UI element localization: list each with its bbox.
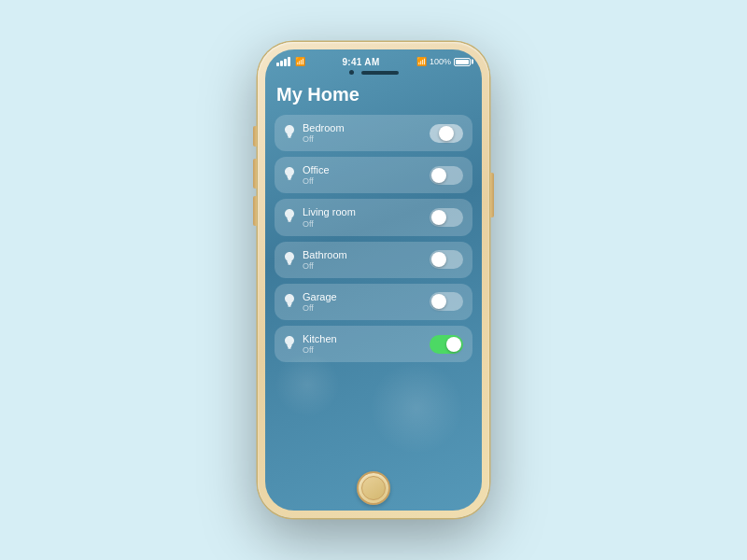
bluetooth-icon: 📶 xyxy=(416,57,427,66)
room-list: BedroomOff OfficeOff Living roomOff Bath… xyxy=(275,115,472,362)
volume-down-button[interactable] xyxy=(253,196,257,226)
status-bar: 📶 9:41 AM 📶 100% xyxy=(265,49,482,70)
room-info-bedroom: BedroomOff xyxy=(303,122,345,144)
page-title: My Home xyxy=(275,84,472,105)
wifi-icon: 📶 xyxy=(295,57,305,66)
room-name-bedroom: Bedroom xyxy=(303,122,345,134)
battery-percentage: 100% xyxy=(430,57,451,66)
svg-line-1 xyxy=(286,129,287,130)
room-name-garage: Garage xyxy=(303,291,337,303)
room-left-garage: GarageOff xyxy=(284,291,337,313)
svg-line-13 xyxy=(286,298,287,299)
home-button-inner xyxy=(361,476,386,500)
svg-line-5 xyxy=(292,171,293,172)
front-camera xyxy=(349,70,354,75)
room-name-kitchen: Kitchen xyxy=(303,333,337,345)
svg-line-4 xyxy=(286,171,287,172)
toggle-bathroom[interactable] xyxy=(430,250,463,269)
toggle-knob-livingroom xyxy=(431,210,446,225)
room-item-bathroom: BathroomOff xyxy=(275,242,472,278)
room-status-bedroom: Off xyxy=(303,134,345,144)
room-status-garage: Off xyxy=(303,303,337,313)
svg-line-8 xyxy=(292,213,293,214)
room-item-kitchen: KitchenOff xyxy=(275,326,472,362)
bulb-icon-garage xyxy=(284,294,295,310)
room-left-bedroom: BedroomOff xyxy=(284,122,345,144)
toggle-office[interactable] xyxy=(430,166,463,185)
room-status-livingroom: Off xyxy=(303,219,356,229)
home-button[interactable] xyxy=(357,471,390,505)
toggle-bedroom[interactable] xyxy=(430,124,463,143)
toggle-garage[interactable] xyxy=(430,292,463,311)
room-info-kitchen: KitchenOff xyxy=(303,333,337,355)
room-left-office: OfficeOff xyxy=(284,164,330,186)
toggle-knob-kitchen xyxy=(446,337,461,352)
bulb-icon-kitchen xyxy=(284,336,295,352)
phone-outer: 📶 9:41 AM 📶 100% My Home xyxy=(258,42,489,518)
room-item-bedroom: BedroomOff xyxy=(275,115,472,151)
signal-bars-icon xyxy=(276,57,290,66)
room-info-garage: GarageOff xyxy=(303,291,337,313)
room-name-livingroom: Living room xyxy=(303,206,356,218)
svg-line-2 xyxy=(292,129,293,130)
svg-line-10 xyxy=(286,256,287,257)
phone-screen: 📶 9:41 AM 📶 100% My Home xyxy=(265,49,482,511)
toggle-knob-bathroom xyxy=(431,252,446,267)
toggle-kitchen[interactable] xyxy=(430,335,463,354)
svg-line-11 xyxy=(292,256,293,257)
room-item-garage: GarageOff xyxy=(275,284,472,320)
bulb-icon-bathroom xyxy=(284,252,295,268)
status-right: 📶 100% xyxy=(416,57,471,66)
svg-line-17 xyxy=(292,340,293,341)
silent-button[interactable] xyxy=(253,126,257,147)
room-info-office: OfficeOff xyxy=(303,164,330,186)
room-left-bathroom: BathroomOff xyxy=(284,249,347,271)
toggle-knob-bedroom xyxy=(439,126,454,141)
volume-up-button[interactable] xyxy=(253,159,257,189)
toggle-livingroom[interactable] xyxy=(430,208,463,227)
battery-icon xyxy=(454,58,471,66)
room-left-kitchen: KitchenOff xyxy=(284,333,337,355)
power-button[interactable] xyxy=(490,173,494,217)
room-status-kitchen: Off xyxy=(303,345,337,355)
room-status-bathroom: Off xyxy=(303,261,347,271)
status-left: 📶 xyxy=(276,57,305,66)
room-info-livingroom: Living roomOff xyxy=(303,206,356,228)
room-item-office: OfficeOff xyxy=(275,157,472,193)
toggle-knob-garage xyxy=(431,294,446,309)
room-name-bathroom: Bathroom xyxy=(303,249,347,261)
status-time: 9:41 AM xyxy=(342,57,379,67)
room-left-livingroom: Living roomOff xyxy=(284,206,356,228)
app-content: My Home BedroomOff OfficeOff Living room… xyxy=(265,77,482,466)
svg-line-7 xyxy=(286,213,287,214)
toggle-knob-office xyxy=(431,168,446,183)
room-status-office: Off xyxy=(303,176,330,186)
room-item-livingroom: Living roomOff xyxy=(275,199,472,235)
battery-fill xyxy=(456,60,469,64)
top-notch-area xyxy=(265,70,482,77)
svg-line-16 xyxy=(286,340,287,341)
room-name-office: Office xyxy=(303,164,330,176)
room-info-bathroom: BathroomOff xyxy=(303,249,347,271)
bulb-icon-bedroom xyxy=(284,125,295,141)
svg-line-14 xyxy=(292,298,293,299)
bulb-icon-office xyxy=(284,167,295,183)
bulb-icon-livingroom xyxy=(284,209,295,225)
speaker-grill xyxy=(361,71,399,75)
home-button-area xyxy=(265,466,482,511)
